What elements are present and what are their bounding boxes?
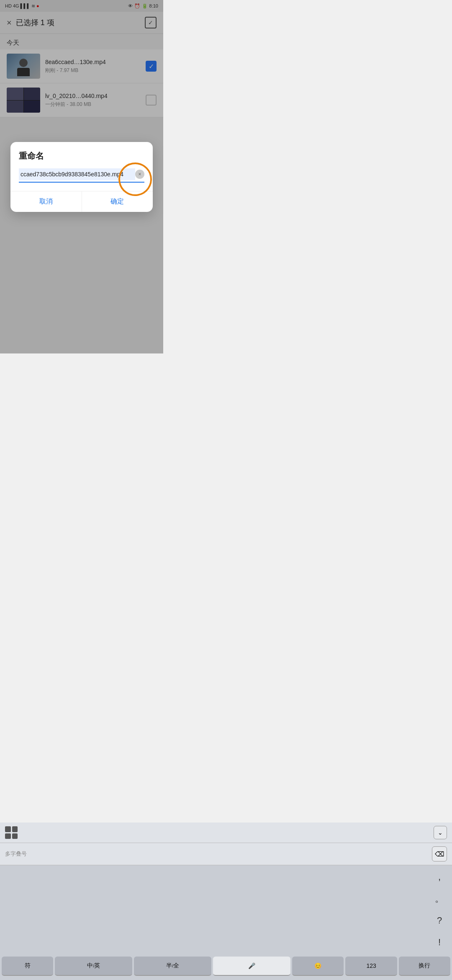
rename-dialog: 重命名 × 取消 确定: [10, 142, 153, 212]
dialog-title: 重命名: [19, 150, 144, 162]
dialog-actions: 取消 确定: [10, 191, 153, 212]
rename-input[interactable]: [19, 168, 135, 180]
clear-icon: ×: [138, 171, 141, 177]
confirm-button[interactable]: 确定: [82, 191, 153, 212]
cancel-button[interactable]: 取消: [10, 191, 82, 212]
dialog-overlay: 重命名 × 取消 确定: [0, 0, 163, 353]
dialog-input-wrapper: ×: [19, 168, 144, 183]
input-clear-button[interactable]: ×: [135, 170, 144, 179]
